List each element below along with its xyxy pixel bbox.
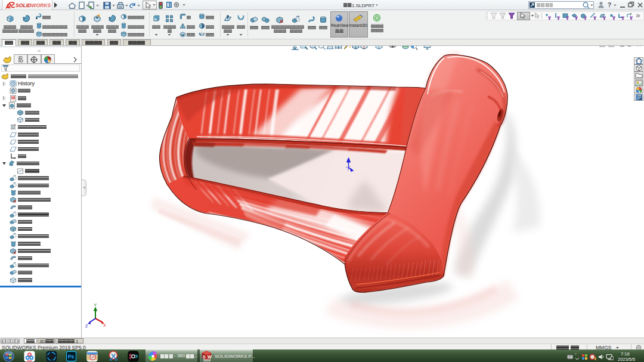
svg-text:Ps: Ps	[68, 354, 75, 360]
svg-text:SOLIDWORKS: SOLIDWORKS	[16, 2, 51, 8]
svg-text:2019: 2019	[203, 358, 210, 361]
svg-text:?: ?	[608, 2, 611, 8]
svg-text:X: X	[103, 323, 106, 327]
svg-text:Z: Z	[85, 324, 88, 328]
svg-text:Y: Y	[94, 303, 97, 307]
